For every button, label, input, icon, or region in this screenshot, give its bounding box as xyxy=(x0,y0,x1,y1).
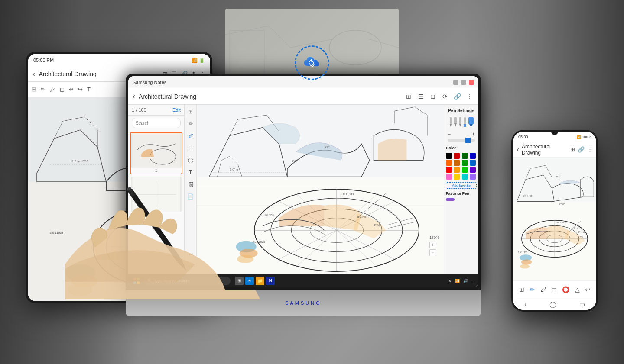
taskbar-app-notes[interactable]: N xyxy=(266,277,275,285)
taskbar-network: 📶 xyxy=(455,279,460,283)
side-tool-view[interactable]: ⊞ xyxy=(186,107,195,116)
zoom-in-button[interactable]: + xyxy=(429,242,436,248)
color-red[interactable] xyxy=(454,153,460,159)
pen-types-row xyxy=(446,117,477,127)
phone-tool-shapes[interactable]: △ xyxy=(575,286,580,293)
sidebar-search-input[interactable] xyxy=(132,118,181,128)
phone-tool-highlight[interactable]: 🖊 xyxy=(540,286,546,293)
taskbar-app-multitask[interactable]: ⊞ xyxy=(235,277,244,285)
phone-more-icon[interactable]: ⋮ xyxy=(587,146,593,153)
pen-type-2-icon[interactable] xyxy=(454,117,457,127)
close-button[interactable] xyxy=(469,80,474,85)
notes-main-canvas[interactable]: 3.0" e 9"-0" 6"0" xyxy=(197,105,444,274)
taskbar-app-files[interactable]: 📁 xyxy=(256,277,264,285)
tablet-tool-text[interactable]: T xyxy=(87,86,91,93)
svg-text:4-2" × 10: 4-2" × 10 xyxy=(576,231,585,233)
color-brightgreen[interactable] xyxy=(462,167,468,173)
notes-app-title: Samsung Notes xyxy=(133,80,166,85)
pen-type-1-icon[interactable] xyxy=(449,117,452,127)
side-tool-image[interactable]: 🖼 xyxy=(186,180,195,189)
tablet-tool-highlight[interactable]: 🖊 xyxy=(50,86,55,93)
color-pink[interactable] xyxy=(446,174,452,180)
phone-tool-lasso[interactable]: ⭕ xyxy=(562,286,569,293)
side-tool-text[interactable]: T xyxy=(186,168,195,177)
maximize-button[interactable] xyxy=(461,80,466,85)
tablet-tool-pen[interactable]: ✏ xyxy=(41,86,46,93)
pen-size-decrease[interactable]: − xyxy=(448,131,451,137)
color-green[interactable] xyxy=(462,153,468,159)
more-options-button[interactable]: ⋮ xyxy=(465,92,474,101)
arch-drawing-container: 3.0" e 9"-0" 6"0" xyxy=(197,105,444,274)
phone-tool-eraser[interactable]: ◻ xyxy=(552,286,557,293)
add-page-button[interactable]: + xyxy=(152,223,161,232)
color-black[interactable] xyxy=(446,153,452,159)
color-orange[interactable] xyxy=(446,160,452,166)
list-view-button[interactable]: ☰ xyxy=(416,92,426,101)
notes-back-button[interactable]: ‹ xyxy=(133,92,135,101)
grid-view-button[interactable]: ⊟ xyxy=(428,92,438,101)
phone-nav-home[interactable]: ◯ xyxy=(549,301,556,308)
pen-type-5-icon[interactable] xyxy=(468,117,474,127)
color-cyan[interactable] xyxy=(462,174,468,180)
pen-type-3-icon[interactable] xyxy=(458,117,462,127)
view-toggle-button[interactable]: ⊞ xyxy=(404,92,413,101)
color-blue[interactable] xyxy=(470,153,476,159)
favorite-pen-item[interactable] xyxy=(446,198,477,201)
phone-attach-icon[interactable]: 🔗 xyxy=(578,146,585,153)
tablet-tool-eraser[interactable]: ◻ xyxy=(60,86,65,93)
color-lavender[interactable] xyxy=(470,174,476,180)
tablet-tool-redo[interactable]: ↪ xyxy=(78,86,83,93)
svg-rect-67 xyxy=(137,278,140,280)
phone-tool-grid[interactable]: ⊞ xyxy=(519,286,524,293)
side-tool-eraser[interactable]: ◻ xyxy=(186,144,195,152)
svg-rect-63 xyxy=(464,124,466,127)
color-brightred[interactable] xyxy=(446,167,452,173)
phone-tool-undo[interactable]: ↩ xyxy=(585,286,590,293)
sync-button[interactable]: ⟳ xyxy=(440,92,450,101)
taskbar-search[interactable]: 🔍 Type here to search xyxy=(144,277,231,285)
side-tool-pages[interactable]: 📄 xyxy=(186,192,195,201)
svg-rect-60 xyxy=(459,117,462,124)
thumbnail-page-2[interactable]: 2 xyxy=(130,176,182,219)
thumbnail-page-1[interactable]: 1 xyxy=(130,132,182,174)
tablet-back-icon[interactable]: ‹ xyxy=(32,69,36,79)
svg-text:3.0 11933: 3.0 11933 xyxy=(252,240,265,243)
cloud-icon-svg xyxy=(301,54,323,71)
phone-view-icon[interactable]: ⊞ xyxy=(570,146,575,153)
color-brown[interactable] xyxy=(454,160,460,166)
side-tool-pen[interactable]: ✏ xyxy=(186,119,195,128)
side-tool-shapes[interactable]: ◯ xyxy=(186,156,195,164)
minimize-button[interactable] xyxy=(453,80,458,85)
phone-nav-back[interactable]: ‹ xyxy=(524,300,526,308)
zoom-out-button[interactable]: − xyxy=(429,249,436,256)
pen-type-4-icon[interactable] xyxy=(463,117,467,127)
color-lime[interactable] xyxy=(462,160,468,166)
notes-app: Samsung Notes ‹ Architectural Drawing ⊞ … xyxy=(128,76,478,287)
side-tool-undo[interactable]: ↩ xyxy=(186,250,195,259)
taskbar-app-edge[interactable]: e xyxy=(245,277,254,285)
color-skyblue[interactable] xyxy=(470,160,476,166)
phone-nav-recent[interactable]: ▭ xyxy=(579,301,585,308)
tablet-statusbar: 05:00 PM 📶 🔋 xyxy=(28,54,210,66)
color-gold[interactable] xyxy=(454,174,460,180)
pen-size-slider[interactable] xyxy=(448,139,475,142)
edit-button[interactable]: Edit xyxy=(172,107,181,113)
tablet-tool-undo[interactable]: ↩ xyxy=(69,86,74,93)
pen-size-increase[interactable]: + xyxy=(472,131,475,137)
svg-rect-66 xyxy=(133,278,136,280)
attach-button[interactable]: 🔗 xyxy=(452,92,462,101)
color-purple[interactable] xyxy=(470,167,476,173)
side-tool-brush[interactable]: 🖊 xyxy=(186,132,195,140)
tablet-tool-grid[interactable]: ⊞ xyxy=(32,86,36,93)
add-favorite-button[interactable]: Add favorite xyxy=(446,182,477,189)
side-tool-redo[interactable]: ↪ xyxy=(186,262,195,271)
svg-point-53 xyxy=(237,255,254,263)
phone-device: 05:00 📶 100% ‹ Architectural Drawing ⊞ 🔗… xyxy=(511,130,598,312)
start-button[interactable] xyxy=(132,276,141,286)
phone-screen: 05:00 📶 100% ‹ Architectural Drawing ⊞ 🔗… xyxy=(513,132,596,310)
notes-main-area: 1 / 100 Edit xyxy=(128,105,478,274)
phone-back-button[interactable]: ‹ xyxy=(517,145,519,154)
phone-tool-pen[interactable]: ✏ xyxy=(530,286,535,293)
color-yellow[interactable] xyxy=(454,167,460,173)
phone-canvas[interactable]: 2.0 h+S53 9"-0" xyxy=(513,158,596,280)
